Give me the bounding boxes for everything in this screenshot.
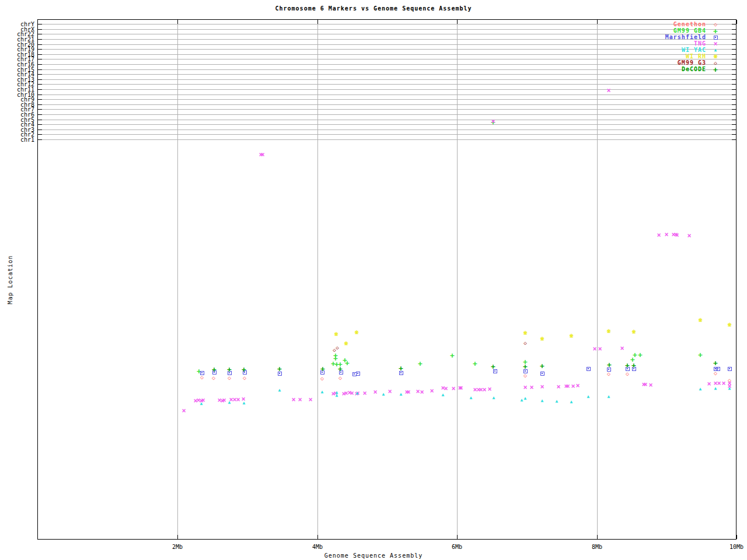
data-point-wi-yac: ▲ (605, 393, 613, 401)
y-axis-tick-left (38, 39, 42, 40)
data-point-gm99-g3: ◇ (521, 339, 529, 347)
y-axis-tick-left (38, 54, 42, 55)
data-point-decode: + (210, 365, 218, 373)
legend-label-wi-rh: WI RH (607, 53, 706, 60)
data-point-tng: × (489, 117, 497, 125)
mb-gridline (457, 20, 458, 539)
y-axis-tick-right (732, 114, 736, 115)
data-point-wi-yac: ▲ (318, 388, 326, 396)
data-point-decode: + (225, 365, 233, 373)
chromosome-gridline (39, 134, 736, 135)
data-point-gm99-gb4: + (416, 359, 424, 368)
data-point-tng: × (538, 383, 546, 391)
data-point-decode: + (521, 362, 529, 370)
data-point-wi-yac: ▲ (521, 394, 529, 402)
data-point-wi-rh: +× (696, 316, 704, 324)
y-axis-tick-right (732, 49, 736, 50)
data-point-wi-rh: +× (352, 328, 361, 337)
chromosome-gridline (39, 139, 736, 140)
chromosome-gridline (39, 114, 736, 115)
data-point-tng: × (574, 382, 582, 390)
y-axis-tick-left (38, 109, 42, 110)
y-axis-tick-left (38, 49, 42, 50)
y-axis-tick-right (732, 34, 736, 34)
y-axis-tick-left (38, 89, 42, 90)
x-axis-tick-top (736, 20, 737, 24)
y-axis-tick-left (38, 74, 42, 75)
x-axis-tick-top (457, 20, 458, 24)
y-axis-tick-right (732, 29, 736, 30)
y-axis-tick-right (732, 59, 736, 60)
data-point-gm99-g3: ◇ (333, 344, 341, 352)
x-axis-tick-top (317, 20, 318, 24)
data-point-wi-yac: ▲ (490, 394, 498, 402)
chromosome-gridline (39, 84, 736, 85)
data-point-wi-yac: ▲ (711, 384, 720, 393)
y-axis-tick-right (732, 74, 736, 75)
data-point-decode: + (489, 362, 497, 370)
data-point-wi-yac: ▲ (696, 385, 704, 393)
y-axis-tick-left (38, 114, 42, 115)
data-point-decode: + (605, 360, 613, 369)
data-point-tng: × (673, 231, 681, 239)
x-axis-tick-label: 4Mb (297, 544, 338, 550)
x-axis-tick-top (177, 20, 178, 24)
data-point-tng: × (618, 344, 626, 352)
data-point-tng: × (685, 232, 693, 240)
y-axis-tick-left (38, 69, 42, 70)
legend-label-wi-yac: WI YAC (607, 47, 706, 53)
data-point-tng: × (404, 388, 413, 396)
chromosome-gridline (39, 99, 736, 100)
y-axis-tick-left (38, 120, 42, 120)
data-point-wi-yac: ▲ (333, 391, 341, 400)
data-point-tng: × (259, 150, 267, 159)
y-axis-tick-right (732, 89, 736, 90)
data-point-wi-rh: +× (605, 327, 613, 335)
data-point-wi-yac: ▲ (197, 400, 205, 408)
data-point-decode: + (240, 365, 248, 373)
chromosome-gridline (39, 89, 736, 90)
legend-label-gm99-g3: GM99 G3 (607, 60, 706, 66)
data-point-tng: × (296, 396, 304, 404)
y-axis-tick-left (38, 59, 42, 60)
data-point-decode: + (538, 362, 546, 370)
data-point-wi-yac: ▲ (567, 398, 575, 406)
mb-gridline (317, 20, 318, 539)
y-axis-tick-right (732, 39, 736, 40)
data-point-gm99-gb4: + (343, 359, 351, 367)
y-axis-tick-right (732, 130, 736, 130)
y-axis-tick-left (38, 99, 42, 100)
data-point-decode: + (397, 364, 405, 372)
y-axis-tick-left (38, 94, 42, 95)
x-axis-tick-top (597, 20, 598, 24)
data-point-gm99-gb4: + (636, 351, 644, 359)
mb-gridline (177, 20, 178, 539)
data-point-wi-yac: ▲ (379, 390, 388, 398)
chromosome-gridline (39, 130, 736, 130)
legend-label-gm99-gb4: GM99 GB4 (607, 27, 706, 34)
data-point-wi-yac: ▲ (397, 390, 405, 398)
data-point-decode: + (630, 361, 638, 369)
data-point-wi-rh: +× (538, 335, 546, 343)
y-axis-tick-right (732, 124, 736, 125)
x-axis-tick-label: 2Mb (157, 544, 198, 550)
y-axis-tick-left (38, 44, 42, 45)
x-axis-tick-label: 6Mb (437, 544, 477, 550)
figure: Chromosome 6 Markers vs Genome Sequence … (0, 0, 747, 560)
y-axis-tick-right (732, 109, 736, 110)
data-point-tng: × (647, 381, 655, 389)
y-axis-tick-left (38, 139, 42, 140)
data-point-tng: × (655, 231, 663, 239)
data-point-tng: × (428, 387, 436, 395)
data-point-wi-yac: ▲ (538, 397, 546, 405)
y-axis-tick-right (732, 64, 736, 65)
x-axis-tick-bottom (317, 535, 318, 539)
y-axis-tick-left (38, 134, 42, 135)
data-point-tng: × (605, 86, 613, 94)
data-point-wi-rh: +× (725, 321, 734, 329)
data-point-tng: × (596, 345, 604, 353)
y-axis-tick-right (732, 69, 736, 70)
data-point-wi-rh: +× (567, 332, 575, 340)
y-axis-tick-left (38, 124, 42, 125)
y-axis-tick-left (38, 79, 42, 80)
